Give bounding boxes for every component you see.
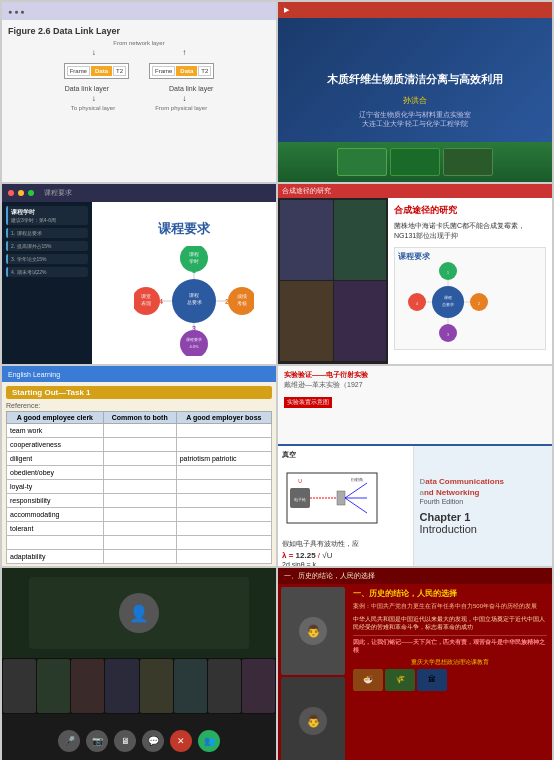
end-call-button[interactable]: ✕ bbox=[170, 730, 192, 752]
left-item-4: 3. 学年论文15% bbox=[6, 254, 88, 264]
svg-text:4.0%: 4.0% bbox=[189, 344, 199, 349]
gallery-8 bbox=[242, 659, 275, 713]
mic-button[interactable]: 🎤 bbox=[58, 730, 80, 752]
svg-text:3: 3 bbox=[192, 325, 196, 332]
left-item-2-val: 1. 课程总要求 bbox=[11, 230, 85, 236]
svg-text:成绩: 成绩 bbox=[237, 293, 247, 299]
row3-c2 bbox=[103, 452, 176, 466]
avatar-2: 👨 bbox=[299, 707, 327, 735]
task-header: Starting Out—Task 1 bbox=[6, 386, 272, 399]
svg-text:电子枪: 电子枪 bbox=[294, 497, 306, 502]
data-box-left: Data bbox=[91, 66, 112, 76]
formula-left: 假如电子具有波动性，应 bbox=[282, 540, 359, 547]
culture-img-3: 🏛 bbox=[417, 669, 447, 691]
cell5-content: Starting Out—Task 1 Reference: A good em… bbox=[2, 382, 276, 566]
affiliation-text: 辽宁省生物质化学与材料重点实验室 大连工业大学 轻工与化学工程学院 bbox=[359, 110, 471, 128]
row5-c2 bbox=[103, 480, 176, 494]
diagram: From network layer ↓ ↑ Frame Data T2 Fra… bbox=[8, 40, 270, 111]
row3-c3: patriotism patriotic bbox=[176, 452, 271, 466]
research-text: 菌株地中海诺卡氏菌C都不能合成复霉素，NG131部位出现于抑 bbox=[394, 221, 546, 241]
svg-rect-42 bbox=[337, 491, 345, 505]
curriculum-section: 课程要求 课程 总要求 1 2 bbox=[394, 247, 546, 350]
svg-text:3: 3 bbox=[447, 333, 449, 337]
row9-c3 bbox=[176, 536, 271, 550]
speaker-avatar: 👤 bbox=[119, 593, 159, 633]
cell2-topbar-text: ▶ bbox=[284, 6, 289, 14]
row9-c2 bbox=[103, 536, 176, 550]
row6-c3 bbox=[176, 494, 271, 508]
person-img-1: 👨 bbox=[281, 587, 345, 675]
row7-c3 bbox=[176, 508, 271, 522]
row7-c2 bbox=[103, 508, 176, 522]
chat-button[interactable]: 💬 bbox=[142, 730, 164, 752]
left-item-1: 课程学时 建议3学时：第4-6周 bbox=[6, 206, 88, 225]
dot-yellow bbox=[18, 190, 24, 196]
book-title: Data Communications and Networking bbox=[420, 477, 547, 498]
cell5-topbar: English Learning bbox=[2, 366, 276, 382]
cell8-content: 👨 👨 一、历史的结论，人民的选择 案例：中国共产党自力更生在百年任务中自力50… bbox=[278, 584, 552, 760]
row2-c2 bbox=[103, 438, 176, 452]
left-item-5: 4. 期末考试22% bbox=[6, 267, 88, 277]
person-images: 👨 👨 bbox=[278, 584, 348, 760]
table-row: adaptability bbox=[7, 550, 272, 564]
cell1-header: ● ● ● bbox=[2, 2, 276, 20]
task-table: A good employee clerk Common to both A g… bbox=[6, 411, 272, 564]
svg-text:课堂: 课堂 bbox=[141, 293, 151, 299]
svg-line-43 bbox=[345, 483, 367, 498]
exp-header: 实验验证——电子衍射实验 bbox=[284, 370, 546, 380]
gallery-7 bbox=[208, 659, 241, 713]
culture-img-2: 🌾 bbox=[385, 669, 415, 691]
culture-images: 🍜 🌾 🏛 bbox=[353, 669, 547, 691]
participants-button[interactable]: 👥 bbox=[198, 730, 220, 752]
row8-c3 bbox=[176, 522, 271, 536]
main-speaker-video: 👤 bbox=[29, 577, 248, 649]
data-link-label-left: Data link layer bbox=[65, 85, 109, 92]
formula-eq: 2d sinθ = k bbox=[282, 561, 409, 566]
gallery-1 bbox=[3, 659, 36, 713]
circle-diagram: 课程 总要求 课程 学时 成绩 考核 课程要求 4.0% bbox=[134, 246, 234, 346]
camera-button[interactable]: 📷 bbox=[86, 730, 108, 752]
book-edition: Fourth Edition bbox=[420, 498, 547, 505]
thumb-3 bbox=[280, 281, 333, 361]
col-header-2: Common to both bbox=[103, 412, 176, 424]
row6-c1: responsibility bbox=[7, 494, 104, 508]
row8-c1: tolerant bbox=[7, 522, 104, 536]
reference-label: Reference: bbox=[6, 402, 272, 409]
cell-data-link: ● ● ● Figure 2.6 Data Link Layer From ne… bbox=[2, 2, 276, 182]
culture-img-1: 🍜 bbox=[353, 669, 383, 691]
video-controls[interactable]: 🎤 📷 🖥 💬 ✕ 👥 bbox=[2, 714, 276, 760]
table-row: obedient/obey bbox=[7, 466, 272, 480]
left-panel: 课程学时 建议3学时：第4-6周 1. 课程总要求 2. 提高课外占15% 3.… bbox=[2, 202, 92, 364]
slide-title: 木质纤维生物质清洁分离与高效利用 bbox=[327, 72, 503, 87]
formula-value: λ = 12.25 / √U bbox=[282, 551, 409, 560]
data-boxes: Frame Data T2 Frame Data T2 bbox=[64, 63, 215, 79]
to-physical-left: To physical layer bbox=[71, 105, 115, 111]
dot-red bbox=[8, 190, 14, 196]
table-row: team work bbox=[7, 424, 272, 438]
cell1-header-text: ● ● ● bbox=[8, 8, 25, 15]
mini-curriculum-svg: 课程 总要求 1 2 3 4 bbox=[398, 262, 498, 342]
main-grid: ● ● ● Figure 2.6 Data Link Layer From ne… bbox=[0, 0, 554, 760]
row1-c3 bbox=[176, 424, 271, 438]
row10-c1: adaptability bbox=[7, 550, 104, 564]
cell5-topbar-text: English Learning bbox=[8, 371, 60, 378]
curriculum-title: 课程要求 bbox=[158, 220, 210, 238]
row10-c2 bbox=[103, 550, 176, 564]
cell-curriculum: 课程要求 课程学时 建议3学时：第4-6周 1. 课程总要求 2. 提高课外占1… bbox=[2, 184, 276, 364]
research-title: 合成途径的研究 bbox=[394, 204, 546, 217]
campus-image bbox=[278, 142, 552, 182]
book-line1: ata Communications bbox=[425, 477, 504, 486]
affiliation-line2: 大连工业大学 轻工与化学工程学院 bbox=[362, 120, 469, 127]
screen-share-button[interactable]: 🖥 bbox=[114, 730, 136, 752]
left-item-4-val: 3. 学年论文15% bbox=[11, 256, 85, 262]
svg-text:总要求: 总要求 bbox=[186, 299, 202, 305]
row8-c2 bbox=[103, 522, 176, 536]
cell-history: 一、历史的结论，人民的选择 👨 👨 一、历史的结论，人民的选择 案例：中国共产党… bbox=[278, 568, 552, 760]
book-line2: nd Networking bbox=[424, 488, 480, 497]
data-link-label-right: Data link layer bbox=[169, 85, 213, 92]
svg-text:2: 2 bbox=[225, 298, 229, 305]
gallery-4 bbox=[105, 659, 138, 713]
right-panel: 课程要求 课程 总要求 课程 bbox=[92, 202, 276, 364]
svg-text:表现: 表现 bbox=[141, 300, 151, 306]
cell-synthesis: 合成途径的研究 合成途径的研究 菌株地中海诺卡氏菌C都不能合成复霉素，NG131… bbox=[278, 184, 552, 364]
